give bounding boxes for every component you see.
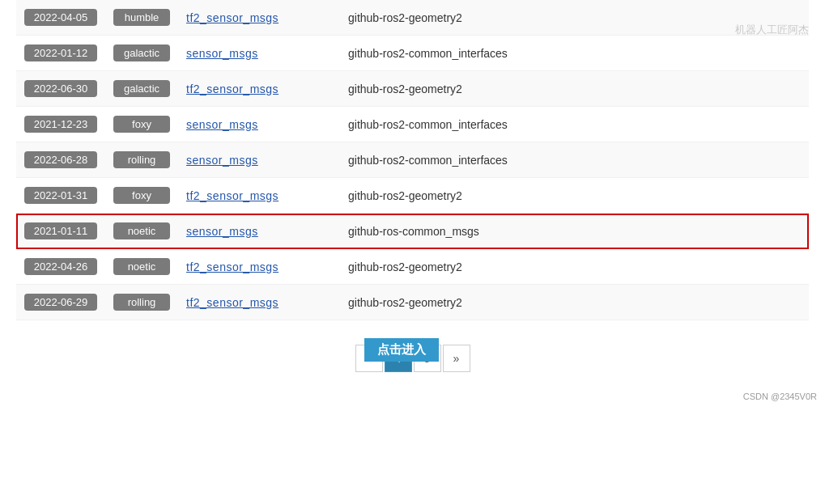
date-badge: 2021-12-23 bbox=[24, 116, 97, 133]
package-link[interactable]: tf2_sensor_msgs bbox=[186, 189, 279, 202]
version-badge: galactic bbox=[113, 80, 170, 97]
package-link[interactable]: tf2_sensor_msgs bbox=[186, 83, 279, 95]
table-row: 2022-04-05humbletf2_sensor_msgsgithub-ro… bbox=[16, 0, 809, 36]
pagination-prev[interactable]: « bbox=[355, 345, 383, 372]
repo-col: github-ros-common_msgs bbox=[348, 225, 801, 238]
table-row: 2021-01-11noeticsensor_msgsgithub-ros-co… bbox=[16, 214, 809, 249]
date-badge: 2022-06-29 bbox=[24, 294, 97, 311]
table-row: 2022-06-30galactictf2_sensor_msgsgithub-… bbox=[16, 71, 809, 107]
package-link[interactable]: tf2_sensor_msgs bbox=[186, 11, 279, 24]
version-badge: galactic bbox=[113, 44, 170, 61]
package-link-col: tf2_sensor_msgs bbox=[186, 296, 332, 309]
package-link-col: tf2_sensor_msgs bbox=[186, 11, 332, 24]
package-link-col: sensor_msgs bbox=[186, 225, 332, 238]
pagination-active-label: 4 bbox=[395, 353, 401, 365]
repo-col: github-ros2-geometry2 bbox=[348, 83, 801, 95]
package-link[interactable]: sensor_msgs bbox=[186, 118, 258, 131]
version-badge: foxy bbox=[113, 187, 170, 204]
repo-col: github-ros2-common_interfaces bbox=[348, 118, 801, 131]
date-badge: 2022-04-26 bbox=[24, 258, 97, 275]
version-badge: rolling bbox=[113, 294, 170, 311]
version-badge: noetic bbox=[113, 222, 170, 239]
date-badge: 2022-01-12 bbox=[24, 44, 97, 61]
package-link[interactable]: tf2_sensor_msgs bbox=[186, 260, 279, 273]
pagination-next-next[interactable]: » bbox=[443, 345, 470, 372]
package-link[interactable]: tf2_sensor_msgs bbox=[186, 296, 279, 309]
footer-credit: CSDN @2345V0R bbox=[0, 388, 825, 404]
package-link-col: tf2_sensor_msgs bbox=[186, 260, 332, 273]
pagination-area: 点击进入 « 4 5 » bbox=[0, 320, 825, 388]
repo-col: github-ros2-common_interfaces bbox=[348, 154, 801, 167]
date-badge: 2021-01-11 bbox=[24, 222, 97, 239]
repo-col: github-ros2-common_interfaces bbox=[348, 47, 801, 60]
package-link-col: sensor_msgs bbox=[186, 118, 332, 131]
date-badge: 2022-06-28 bbox=[24, 151, 97, 168]
date-badge: 2022-06-30 bbox=[24, 80, 97, 97]
repo-col: github-ros2-geometry2 bbox=[348, 189, 801, 202]
pagination-wrapper: 点击进入 « 4 5 » bbox=[355, 345, 471, 372]
date-badge: 2022-04-05 bbox=[24, 9, 97, 26]
date-badge: 2022-01-31 bbox=[24, 187, 97, 204]
table-row: 2021-12-23foxysensor_msgsgithub-ros2-com… bbox=[16, 107, 809, 142]
table-row: 2022-01-12galacticsensor_msgsgithub-ros2… bbox=[16, 36, 809, 71]
package-link-col: tf2_sensor_msgs bbox=[186, 83, 332, 95]
repo-col: github-ros2-geometry2 bbox=[348, 260, 801, 273]
pagination-active[interactable]: 4 bbox=[385, 345, 412, 372]
pagination-next[interactable]: 5 bbox=[414, 345, 441, 372]
table-row: 2022-06-28rollingsensor_msgsgithub-ros2-… bbox=[16, 142, 809, 178]
repo-col: github-ros2-geometry2 bbox=[348, 11, 801, 24]
version-badge: rolling bbox=[113, 151, 170, 168]
table-area: 2022-04-05humbletf2_sensor_msgsgithub-ro… bbox=[0, 0, 825, 320]
version-badge: noetic bbox=[113, 258, 170, 275]
package-link-col: sensor_msgs bbox=[186, 154, 332, 167]
package-link-col: sensor_msgs bbox=[186, 47, 332, 60]
version-badge: humble bbox=[113, 9, 170, 26]
package-link-col: tf2_sensor_msgs bbox=[186, 189, 332, 202]
table-row: 2022-06-29rollingtf2_sensor_msgsgithub-r… bbox=[16, 285, 809, 320]
package-link[interactable]: sensor_msgs bbox=[186, 154, 258, 167]
table-row: 2022-01-31foxytf2_sensor_msgsgithub-ros2… bbox=[16, 178, 809, 214]
main-container: 机器人工匠阿杰 2022-04-05humbletf2_sensor_msgsg… bbox=[0, 0, 825, 504]
repo-col: github-ros2-geometry2 bbox=[348, 296, 801, 309]
table-row: 2022-04-26noetictf2_sensor_msgsgithub-ro… bbox=[16, 249, 809, 285]
version-badge: foxy bbox=[113, 116, 170, 133]
package-link[interactable]: sensor_msgs bbox=[186, 47, 258, 60]
package-link[interactable]: sensor_msgs bbox=[186, 225, 258, 238]
